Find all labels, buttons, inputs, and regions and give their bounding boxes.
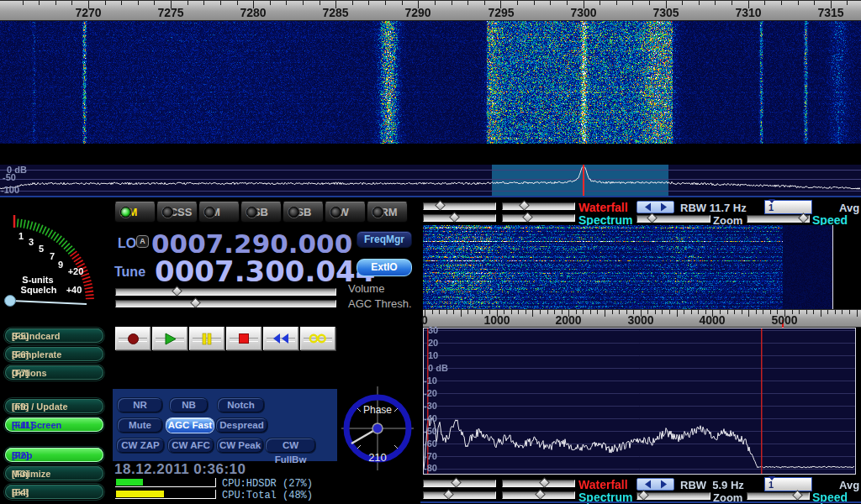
audio-waterfall[interactable] bbox=[423, 225, 833, 309]
info-update-button[interactable]: Info / Update[F9] bbox=[5, 399, 103, 413]
lo-label: LO bbox=[118, 236, 136, 251]
smeter-green-arc bbox=[17, 223, 73, 253]
mode-button-fm[interactable]: FM bbox=[198, 202, 240, 223]
despread-button[interactable]: Despread bbox=[216, 418, 267, 433]
lo-a-badge[interactable]: A bbox=[136, 235, 149, 248]
waterfall-brightness-slider[interactable] bbox=[423, 202, 496, 210]
smeter-label: 9 bbox=[58, 260, 63, 270]
freq-tick-label: 7275 bbox=[145, 6, 196, 19]
samplerate-button[interactable]: Samplerate[F6] bbox=[5, 347, 103, 361]
db-label: -70 bbox=[424, 451, 437, 461]
pause-button[interactable] bbox=[189, 327, 224, 350]
smeter-squelch-label: Squelch bbox=[21, 285, 57, 295]
record-button[interactable] bbox=[115, 327, 151, 350]
cw-fullbw-button[interactable]: CW FullBw bbox=[266, 438, 315, 453]
smeter-label: 3 bbox=[29, 237, 34, 247]
mode-button-drm[interactable]: DRM bbox=[367, 202, 408, 223]
exit-button[interactable]: Exit[F4] bbox=[5, 485, 103, 499]
cw-afc-button[interactable]: CW AFC bbox=[168, 438, 214, 453]
nb-button[interactable]: NB bbox=[170, 398, 208, 412]
volume-slider[interactable] bbox=[115, 288, 336, 296]
mode-led-icon bbox=[246, 207, 257, 218]
audio-tick-label: 2000 bbox=[543, 313, 594, 327]
db-label: -50 bbox=[3, 172, 16, 182]
db-label: -40 bbox=[424, 413, 437, 423]
mode-button-am[interactable]: AM bbox=[114, 202, 156, 223]
nr-button[interactable]: NR bbox=[118, 398, 162, 412]
audio-spectrum-canvas bbox=[424, 328, 855, 474]
waterfall-brightness-slider-2[interactable] bbox=[423, 480, 496, 487]
smeter-label: +40 bbox=[66, 285, 82, 295]
mode-button-lsb[interactable]: LSB bbox=[240, 202, 282, 223]
mode-led-icon bbox=[330, 207, 341, 218]
smeter-units-label: S-units bbox=[22, 275, 53, 285]
avg-select[interactable]: 1 bbox=[764, 200, 812, 214]
audio-frequency-scale[interactable]: 0 1000 2000 3000 4000 5000 bbox=[423, 309, 861, 328]
audio-tick-label: 4000 bbox=[687, 313, 737, 327]
cpu-hdsdr-bar bbox=[115, 478, 216, 487]
zoom-slider[interactable] bbox=[637, 215, 710, 223]
avg-select-2[interactable]: 1 bbox=[764, 477, 812, 491]
freq-tick-label: 7295 bbox=[476, 6, 526, 19]
audio-tick-label: 1000 bbox=[472, 313, 522, 327]
db-label: -30 bbox=[424, 401, 437, 411]
record-icon bbox=[127, 333, 140, 345]
spectrum-brightness-slider[interactable] bbox=[423, 214, 496, 222]
db-label: -100 bbox=[1, 185, 19, 195]
spectrum-contrast-slider-2[interactable] bbox=[502, 491, 575, 499]
rbw-arrows-button-2[interactable] bbox=[637, 478, 674, 491]
rbw-arrows-button[interactable] bbox=[637, 201, 674, 213]
cw-zap-button[interactable]: CW ZAP bbox=[117, 438, 164, 453]
rf-spectrum-canvas bbox=[0, 165, 861, 196]
mode-button-cw[interactable]: CW bbox=[325, 202, 366, 223]
notch-button[interactable]: Notch bbox=[218, 398, 264, 412]
rewind-button[interactable] bbox=[263, 327, 298, 350]
tune-label: Tune bbox=[114, 265, 145, 280]
db-label: -10 bbox=[424, 375, 437, 386]
db-label: -60 bbox=[424, 438, 437, 449]
freqmgr-button[interactable]: FreqMgr bbox=[357, 231, 412, 248]
waterfall-contrast-slider-2[interactable] bbox=[502, 480, 575, 487]
cw-peak-button[interactable]: CW Peak bbox=[217, 438, 263, 453]
stop-playback-button[interactable] bbox=[226, 327, 261, 350]
spectrum-brightness-slider-2[interactable] bbox=[423, 491, 496, 499]
speed-slider[interactable] bbox=[747, 215, 810, 223]
freq-tick-label: 7285 bbox=[310, 6, 361, 19]
freq-tick-label: 7300 bbox=[558, 6, 609, 19]
agc-thresh-slider[interactable] bbox=[115, 300, 336, 307]
minimize-button[interactable]: Minimize[F3] bbox=[5, 466, 103, 480]
rf-spectrum-strip[interactable]: 0 dB -50 -100 bbox=[0, 165, 861, 196]
agc-fast-button[interactable]: AGC Fast bbox=[166, 418, 214, 433]
extio-button[interactable]: ExtIO bbox=[357, 259, 412, 276]
avg-label: Avg bbox=[839, 202, 859, 214]
stop-button[interactable]: Stop[F2] bbox=[5, 448, 103, 462]
mode-button-ecss[interactable]: ECSS bbox=[156, 202, 198, 223]
speed-slider-2[interactable] bbox=[747, 492, 810, 500]
chevron-down-icon bbox=[769, 199, 775, 203]
rf-frequency-scale[interactable]: 7270 7275 7280 7285 7290 7295 7300 7305 … bbox=[0, 0, 861, 21]
soundcard-button[interactable]: Soundcard[F5] bbox=[5, 328, 103, 343]
zoom-slider-2[interactable] bbox=[637, 492, 710, 500]
audio-tick-label: 3000 bbox=[615, 313, 666, 327]
agc-thresh-slider-thumb[interactable] bbox=[190, 297, 201, 308]
play-icon bbox=[164, 333, 177, 345]
squelch-needle[interactable] bbox=[5, 296, 87, 307]
rbw-value-label: RBW 11.7 Hz bbox=[680, 202, 747, 214]
volume-slider-thumb[interactable] bbox=[172, 286, 182, 297]
audio-spectrum[interactable] bbox=[423, 328, 856, 475]
tune-frequency-display[interactable]: 0007.300.044 bbox=[155, 255, 375, 288]
db-label: -50 bbox=[424, 426, 437, 436]
mode-led-icon bbox=[204, 207, 215, 218]
chevron-down-icon bbox=[769, 476, 775, 480]
mode-button-usb[interactable]: USB bbox=[283, 202, 324, 223]
freq-tick-label: 7280 bbox=[228, 6, 278, 19]
loop-button[interactable] bbox=[300, 327, 335, 350]
cpu-total-bar bbox=[115, 490, 216, 499]
avg-label-2: Avg bbox=[839, 479, 859, 491]
fullscreen-button[interactable]: Full Screen[F11] bbox=[5, 417, 103, 432]
options-button[interactable]: Options[F7] bbox=[5, 365, 103, 380]
spectrum-contrast-slider[interactable] bbox=[502, 214, 575, 222]
mute-button[interactable]: Mute bbox=[118, 418, 162, 433]
waterfall-contrast-slider[interactable] bbox=[502, 202, 575, 210]
play-button[interactable] bbox=[152, 327, 188, 350]
